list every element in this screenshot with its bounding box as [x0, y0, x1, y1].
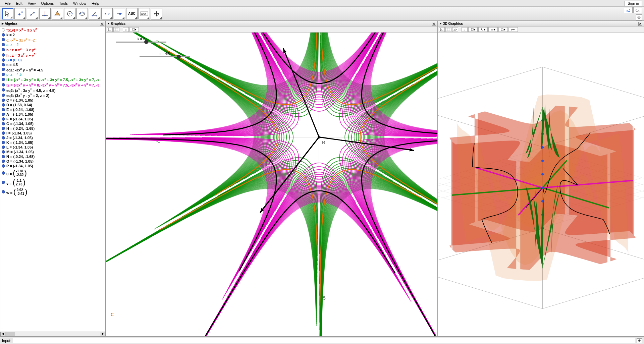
tool-polygon[interactable]: [52, 8, 63, 19]
3d-close-button[interactable]: ✕: [638, 22, 642, 26]
tool-reflect[interactable]: [101, 8, 113, 19]
visibility-toggle-icon[interactable]: [2, 122, 5, 125]
3d-toggle-plane[interactable]: [452, 27, 458, 32]
algebra-item[interactable]: b : z = x3 − 3 x y2: [2, 47, 104, 52]
visibility-toggle-icon[interactable]: [2, 103, 5, 107]
algebra-item[interactable]: G = (-1.34, 1.05): [2, 121, 104, 126]
algebra-close-button[interactable]: ✕: [100, 22, 104, 26]
sign-in-button[interactable]: Sign in: [625, 1, 642, 6]
algebra-item[interactable]: N = (-0.24, -1.68): [2, 154, 104, 159]
visibility-toggle-icon[interactable]: [2, 33, 5, 37]
algebra-item[interactable]: c: -x3 + 3x y2 = -2: [2, 37, 104, 43]
visibility-toggle-icon[interactable]: [2, 38, 5, 41]
menu-options[interactable]: Options: [38, 1, 56, 6]
algebra-item[interactable]: B = (0, 0): [2, 58, 104, 62]
visibility-toggle-icon[interactable]: [2, 181, 5, 184]
tool-perpendicular[interactable]: [39, 8, 51, 19]
algebra-item[interactable]: u = (-1.81-2.32): [2, 168, 104, 178]
algebra-item[interactable]: H = (-0.24, -1.68): [2, 126, 104, 131]
slider-s[interactable]: s = 4.5: [140, 52, 190, 57]
algebra-list[interactable]: f(x,y) = x3 − 3 x y2k = 2c: -x3 + 3x y2 …: [0, 26, 105, 332]
input-field[interactable]: [13, 338, 635, 343]
algebra-item[interactable]: D = (1.58, 0.64): [2, 103, 104, 107]
visibility-toggle-icon[interactable]: [2, 99, 5, 102]
algebra-item[interactable]: M = (-1.34, 1.05): [2, 150, 104, 154]
visibility-toggle-icon[interactable]: [2, 141, 5, 144]
algebra-item[interactable]: K = (-1.34, 1.05): [2, 140, 104, 145]
algebra-item[interactable]: P = (-1.34, 1.05): [2, 164, 104, 168]
algebra-item[interactable]: E = (-0.24, -1.68): [2, 107, 104, 112]
visibility-toggle-icon[interactable]: [2, 78, 5, 81]
graphics-default-view[interactable]: ⌂: [123, 27, 129, 32]
graphics-toggle-axes[interactable]: [107, 27, 113, 32]
visibility-toggle-icon[interactable]: [2, 131, 5, 135]
algebra-item[interactable]: A = (-1.34, 1.05): [2, 112, 104, 117]
visibility-toggle-icon[interactable]: [2, 136, 5, 139]
visibility-toggle-icon[interactable]: [2, 171, 5, 175]
algebra-item[interactable]: I = (-1.34, 1.05): [2, 131, 104, 135]
visibility-toggle-icon[interactable]: [2, 117, 5, 121]
tool-text[interactable]: ABC: [126, 8, 138, 19]
undo-button[interactable]: [624, 7, 633, 13]
visibility-toggle-icon[interactable]: [2, 127, 5, 130]
visibility-toggle-icon[interactable]: [2, 43, 5, 46]
3d-canvas[interactable]: [438, 33, 644, 336]
algebra-item[interactable]: eq1: -3x2 y + y3 = -4.5: [2, 67, 104, 72]
tool-point[interactable]: A: [14, 8, 26, 19]
menu-help[interactable]: Help: [89, 1, 102, 6]
menu-view[interactable]: View: [25, 1, 39, 6]
algebra-item[interactable]: L = (-1.34, 1.05): [2, 145, 104, 150]
visibility-toggle-icon[interactable]: [2, 150, 5, 154]
visibility-toggle-icon[interactable]: [2, 190, 5, 193]
algebra-item[interactable]: F = (-1.34, 1.05): [2, 117, 104, 121]
visibility-toggle-icon[interactable]: [2, 63, 5, 66]
visibility-toggle-icon[interactable]: [2, 164, 5, 168]
algebra-disclosure-icon[interactable]: ▶: [2, 22, 4, 25]
tool-move[interactable]: [2, 8, 13, 19]
3d-rotate-view[interactable]: ↻▾: [478, 27, 488, 32]
algebra-item[interactable]: a: z = 2: [2, 42, 104, 47]
algebra-item[interactable]: v = (-1.12.73): [2, 178, 104, 187]
3d-disclosure-icon[interactable]: ▼: [439, 22, 442, 25]
input-help-button[interactable]: ⊘: [637, 338, 642, 343]
tool-move-graphics[interactable]: [151, 8, 162, 19]
visibility-toggle-icon[interactable]: [2, 58, 5, 62]
tool-line[interactable]: [27, 8, 38, 19]
algebra-item[interactable]: l1 = {-x3 + 3x y2 = 8, -x3 + 3x y2 = 7.5…: [2, 77, 104, 82]
tool-slider[interactable]: [114, 8, 125, 19]
3d-toggle-axes[interactable]: [439, 27, 445, 32]
menu-window[interactable]: Window: [70, 1, 89, 6]
graphics-point-capture[interactable]: ☐▾: [129, 27, 139, 32]
algebra-item[interactable]: eq3: (3x2 y - y3 = 2, z = 2): [2, 93, 104, 98]
visibility-toggle-icon[interactable]: [2, 73, 5, 76]
slider-k[interactable]: k = 2: [116, 37, 166, 43]
visibility-toggle-icon[interactable]: [2, 94, 5, 97]
3d-point-capture[interactable]: ☐▾: [468, 27, 478, 32]
algebra-item[interactable]: J = (-1.34, 1.05): [2, 135, 104, 140]
menu-edit[interactable]: Edit: [13, 1, 25, 6]
algebra-item[interactable]: w = (2.92-0.41): [2, 187, 104, 196]
visibility-toggle-icon[interactable]: [2, 68, 5, 71]
3d-view-direction[interactable]: ▭▾: [488, 27, 498, 32]
algebra-item[interactable]: k = 2: [2, 33, 104, 37]
preferences-button[interactable]: [636, 14, 642, 20]
algebra-item[interactable]: h : z = 3 x2 y − y3: [2, 52, 104, 58]
algebra-item[interactable]: f(x,y) = x3 − 3 x y2: [2, 27, 104, 33]
3d-clipping[interactable]: ▢▾: [498, 27, 508, 32]
3d-toggle-grid[interactable]: [445, 27, 451, 32]
visibility-toggle-icon[interactable]: [2, 108, 5, 111]
visibility-toggle-icon[interactable]: [2, 28, 5, 32]
algebra-item[interactable]: eq2: (x3 - 3x y2 = 4.5, z = 4.5): [2, 88, 104, 93]
tool-inputbox[interactable]: a=2: [139, 8, 150, 19]
graphics-toggle-grid[interactable]: [113, 27, 119, 32]
3d-default-view[interactable]: ⌂: [462, 27, 468, 32]
visibility-toggle-icon[interactable]: [2, 53, 5, 57]
graphics-canvas[interactable]: -5-3151-5Buvwc-ceq1 k = 2 s = 4.5: [106, 33, 437, 336]
3d-projection[interactable]: ▸▾: [508, 27, 518, 32]
menu-tools[interactable]: Tools: [56, 1, 70, 6]
visibility-toggle-icon[interactable]: [2, 48, 5, 51]
menu-file[interactable]: File: [2, 1, 13, 6]
tool-angle[interactable]: [89, 8, 100, 19]
graphics-close-button[interactable]: ✕: [432, 22, 436, 26]
algebra-item[interactable]: l2 = {-3x2 y + y3 = 8, -3x2 y + y3 = 7.5…: [2, 82, 104, 88]
